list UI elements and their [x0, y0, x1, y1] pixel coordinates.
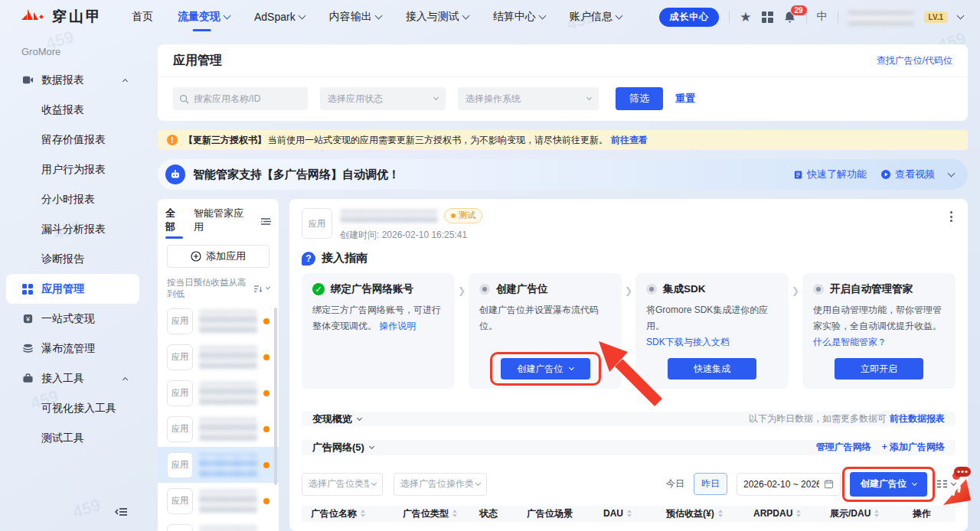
chevron-up-icon: [122, 376, 128, 382]
add-network-link[interactable]: + 添加广告网络: [882, 441, 945, 454]
app-list-item[interactable]: 应用: [158, 303, 279, 339]
growth-center-badge[interactable]: 成长中心: [659, 8, 719, 27]
language-toggle[interactable]: 中: [817, 10, 828, 24]
sidebar-item-tools[interactable]: 接入工具: [6, 363, 139, 393]
add-app-button[interactable]: 添加应用: [167, 245, 270, 268]
nav-home[interactable]: 首页: [132, 10, 153, 24]
app-name-blurred: [199, 490, 257, 513]
sidebar-item-waterfall[interactable]: 瀑布流管理: [6, 334, 139, 363]
sort-icon[interactable]: [627, 510, 632, 517]
sort-icon[interactable]: [718, 510, 723, 517]
chevron-down-icon: [615, 12, 622, 20]
col-ad-scene: 广告位场景: [527, 507, 603, 520]
create-adunit-button[interactable]: 创建广告位: [501, 358, 590, 380]
sidebar-item-visual-tool[interactable]: 可视化接入工具: [6, 393, 139, 423]
app-tag: 应用: [167, 344, 193, 370]
star-icon[interactable]: ★: [740, 9, 751, 25]
sidebar-item-funnel-report[interactable]: 漏斗分析报表: [6, 214, 139, 244]
app-list-item[interactable]: 应用: [158, 483, 279, 519]
sidebar-item-behavior-report[interactable]: 用户行为报表: [6, 155, 139, 184]
enable-now-button[interactable]: 立即开启: [835, 358, 923, 380]
notice-view-link[interactable]: 前往查看: [611, 134, 648, 147]
app-search-input[interactable]: [194, 93, 302, 104]
chevron-right-icon: ❯: [455, 273, 469, 389]
sort-icon[interactable]: [874, 510, 879, 517]
sidebar-item-revenue-report[interactable]: 收益报表: [6, 95, 139, 125]
col-arpdau[interactable]: ARPDAU: [753, 508, 830, 519]
create-adunit-button-bottom[interactable]: 创建广告位: [850, 472, 927, 497]
os-select[interactable]: 选择操作系统: [458, 87, 599, 110]
notification-bell-icon[interactable]: 29: [783, 11, 796, 24]
nav-content-output[interactable]: 内容输出: [329, 10, 381, 24]
monetization-overview-bar[interactable]: 变现概览 以下为昨日数据，如需更多数据可 前往数据报表: [302, 412, 956, 426]
nav-settlement[interactable]: 结算中心: [493, 10, 545, 24]
app-list-item[interactable]: 应用: [158, 411, 279, 447]
tab-all-apps[interactable]: 全部: [165, 207, 185, 239]
nav-integration-test[interactable]: 接入与测试: [406, 10, 469, 24]
reset-button[interactable]: 重置: [675, 92, 695, 106]
brand-logo[interactable]: 穿山甲: [20, 7, 103, 27]
what-is-butler-link[interactable]: 什么是智能管家？: [813, 337, 887, 347]
sidebar-item-retention-report[interactable]: 留存价值报表: [6, 125, 139, 155]
adunit-type-select[interactable]: 选择广告位类型: [302, 473, 383, 496]
ad-networks-bar[interactable]: 广告网络(5) 管理广告网络 + 添加广告网络: [302, 440, 956, 454]
app-status-select[interactable]: 选择应用状态: [320, 87, 446, 110]
sidebar-item-data-report[interactable]: 数据报表: [6, 65, 139, 95]
sdk-doc-link[interactable]: SDK下载与接入文档: [646, 337, 730, 347]
app-list-item-selected[interactable]: 应用: [158, 447, 279, 483]
sort-icon[interactable]: [361, 510, 365, 517]
operation-guide-link[interactable]: 操作说明: [379, 321, 416, 331]
authorization-notice-bar: ! 【更新三方授权书】 当前使用一站式变现的应用需要更新三方授权书，为不影响变现…: [158, 130, 968, 150]
find-adunit-link[interactable]: 查找广告位/代码位: [877, 54, 952, 67]
overview-note: 以下为昨日数据，如需更多数据可: [749, 412, 887, 425]
sort-label: 按当日预估收益从高到低: [167, 277, 250, 300]
chevron-down-icon: [224, 12, 231, 20]
tab-smart-butler-apps[interactable]: 智能管家应用: [194, 207, 251, 239]
sidebar-item-app-management[interactable]: 应用管理: [6, 274, 139, 304]
app-list-item[interactable]: 应用: [158, 519, 279, 531]
app-list: 应用 应用 应用 应用: [158, 303, 279, 531]
col-show-dau[interactable]: 展示/DAU: [830, 507, 913, 520]
app-search-box[interactable]: [173, 87, 308, 110]
goto-data-report-link[interactable]: 前往数据报表: [890, 412, 945, 425]
yesterday-toggle[interactable]: 昨日: [694, 473, 727, 495]
col-adunit-name[interactable]: 广告位名称: [311, 507, 403, 520]
sort-control[interactable]: 按当日预估收益从高到低: [167, 277, 270, 300]
guide-title: 接入指南: [322, 251, 368, 266]
sort-icon[interactable]: [452, 510, 457, 517]
banner-collapse-chevron[interactable]: [948, 170, 956, 178]
plus-circle-icon: [191, 251, 201, 262]
sort-icon[interactable]: [796, 510, 801, 517]
more-menu-icon[interactable]: [947, 208, 956, 242]
app-list-item[interactable]: 应用: [158, 375, 279, 411]
data-report-icon: [21, 74, 34, 86]
filter-button[interactable]: 筛选: [616, 87, 663, 110]
status-dot: [263, 498, 270, 504]
date-range-picker[interactable]: 2026-02-10 ~ 2026-02-10: [737, 473, 841, 496]
sidebar-item-test-tool[interactable]: 测试工具: [6, 423, 139, 453]
adunit-op-type-select[interactable]: 选择广告位操作类型: [394, 473, 487, 496]
quick-integrate-button[interactable]: 快速集成: [668, 358, 756, 380]
nav-adspark[interactable]: AdSpark: [254, 11, 305, 23]
col-est-revenue[interactable]: 预估收益(¥): [666, 507, 753, 520]
app-list-item[interactable]: 应用: [158, 339, 279, 375]
sidebar-collapse-icon[interactable]: [115, 507, 129, 517]
nav-account-info[interactable]: 账户信息: [570, 10, 622, 24]
col-adunit-type[interactable]: 广告位类型: [403, 507, 479, 520]
apps-grid-icon[interactable]: [762, 11, 773, 23]
column-settings-control[interactable]: [936, 479, 956, 489]
user-avatar[interactable]: [848, 8, 914, 26]
list-filter-icon[interactable]: [260, 217, 271, 229]
watch-video-link[interactable]: 查看视频: [880, 168, 935, 181]
sidebar-item-hourly-report[interactable]: 分小时报表: [6, 184, 139, 214]
waterfall-icon: [21, 343, 34, 354]
nav-monetization[interactable]: 流量变现: [178, 10, 230, 24]
quick-learn-link[interactable]: 快速了解功能: [793, 168, 867, 181]
chevron-down-icon[interactable]: [957, 12, 965, 20]
col-dau[interactable]: DAU: [603, 508, 666, 519]
manage-networks-link[interactable]: 管理广告网络: [816, 441, 871, 454]
list-scrollbar[interactable]: [274, 308, 277, 485]
sidebar-item-diagnosis-report[interactable]: 诊断报告: [6, 244, 139, 274]
today-toggle[interactable]: 今日: [666, 477, 684, 490]
sidebar-item-one-stop[interactable]: ¥ 一站式变现: [6, 304, 139, 334]
